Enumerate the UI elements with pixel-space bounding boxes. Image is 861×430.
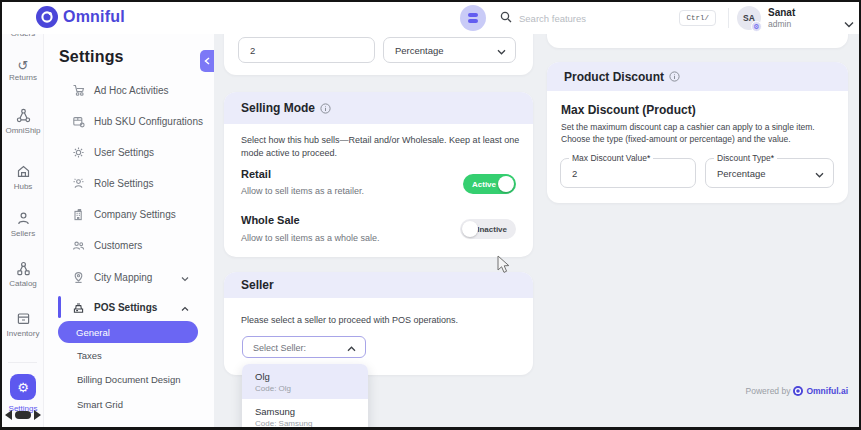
retail-toggle-label: Active [472,180,496,189]
powered-by-brand-link[interactable]: Omniful.ai [806,386,848,396]
company-settings-icon [72,208,85,221]
chevron-down-icon [815,164,824,182]
info-icon[interactable] [320,103,331,114]
clipped-type-select[interactable]: Percentage [383,37,516,63]
seller-dropdown: Olg Code: Olg Samsung Code: Samsung [242,364,368,427]
wholesale-toggle-label: Inactive [477,225,507,234]
user-settings-icon [72,146,85,159]
sidebar-item-taxes[interactable]: Taxes [77,350,102,361]
forward-icon [34,410,41,420]
chevron-left-icon [204,57,210,65]
required-marker: * [771,153,774,163]
clipped-form-card: 2 Percentage [224,34,533,75]
powered-by: Powered by Omniful.ai [746,386,848,396]
product-discount-header: Product Discount [547,62,848,91]
returns-icon: ↺ [18,59,29,72]
toggle-knob [462,221,478,237]
hub-sku-icon [72,115,85,128]
sidebar-item-general-active[interactable]: General [58,321,198,343]
topbar-divider [728,8,729,28]
seller-description: Please select a seller to proceed with P… [241,314,521,327]
max-discount-description: Set the maximum discount cap a cashier c… [561,121,833,145]
rail-item-omniship[interactable]: OmniShip [2,108,44,135]
selling-mode-description: Select how this hub sells—Retail and/or … [241,134,521,159]
wholesale-title: Whole Sale [241,214,300,226]
seller-header: Seller [224,272,533,298]
sidebar-item-role-settings[interactable]: Role Settings [44,173,214,193]
seller-option-olg[interactable]: Olg Code: Olg [242,364,368,399]
sidebar-collapse-button[interactable] [200,50,214,72]
sidebar-item-company-settings[interactable]: Company Settings [44,204,214,224]
icon-rail: Orders ↺ Returns OmniShip Hubs Sellers C… [2,34,44,427]
retail-title: Retail [241,168,271,180]
chevron-up-icon [347,338,356,356]
rail-item-sellers[interactable]: Sellers [2,211,44,238]
rail-item-settings-active[interactable]: ⚙ [10,374,36,400]
search-shortcut-badge: Ctrl/ [679,10,716,26]
clipped-card-bottom [547,34,848,48]
sidebar-item-pos-settings[interactable]: POS Settings [44,297,214,317]
wholesale-toggle[interactable]: Inactive [460,219,516,239]
search-input[interactable] [519,13,644,24]
search-icon [500,9,512,27]
pause-pill-icon [15,411,31,419]
ad-hoc-activities-icon [72,84,85,97]
selling-mode-card: Selling Mode Select how this hub sells—R… [224,92,533,257]
sidebar-item-ad-hoc-activities[interactable]: Ad Hoc Activities [44,80,214,100]
inventory-icon [16,311,31,326]
hub-switcher-button[interactable] [460,5,486,31]
chevron-down-icon [497,41,506,59]
user-menu-chevron-down-icon[interactable] [844,14,854,32]
user-name: Sanat [768,7,795,18]
role-settings-icon [72,177,85,190]
avatar-gear-badge: ⚙ [751,21,762,32]
topbar: Omniful Ctrl/ SA ⚙ Sanat admin [2,2,859,34]
rewind-icon [5,410,12,420]
sellers-icon [16,211,31,226]
app-window: Omniful Ctrl/ SA ⚙ Sanat admin Orders ↺ … [2,2,859,427]
seller-option-samsung[interactable]: Samsung Code: Samsung [242,399,368,427]
rail-item-returns[interactable]: ↺ Returns [2,56,44,82]
settings-sidebar: Settings Ad Hoc Activities Hub SKU Confi… [44,34,214,427]
global-search[interactable]: Ctrl/ [494,7,722,29]
sidebar-item-city-mapping[interactable]: City Mapping [44,267,214,287]
product-discount-card: Product Discount Max Discount (Product) … [547,62,848,203]
brand-logo[interactable]: Omniful [36,6,125,28]
rail-item-inventory[interactable]: Inventory [2,311,44,338]
seller-card: Seller Please select a seller to proceed… [224,272,533,375]
wholesale-description: Allow to sell items as a whole sale. [241,233,380,243]
clipped-value-field[interactable]: 2 [238,37,375,63]
chevron-down-icon [181,268,189,286]
sidebar-title: Settings [59,48,124,66]
selling-mode-header: Selling Mode [224,92,533,124]
sidebar-item-user-settings[interactable]: User Settings [44,142,214,162]
omniful-logo-icon [36,6,58,28]
sidebar-item-customers[interactable]: Customers [44,235,214,255]
sidebar-item-hub-sku-configurations[interactable]: Hub SKU Configurations [44,111,214,131]
pos-settings-icon [72,301,85,314]
customers-icon [72,239,85,252]
sidebar-item-billing-document-design[interactable]: Billing Document Design [77,374,181,385]
sidebar-item-smart-grid[interactable]: Smart Grid [77,399,123,410]
chevron-up-icon [181,298,189,316]
rail-item-catalog[interactable]: Catalog [2,261,44,288]
retail-description: Allow to sell items as a retailer. [241,186,364,196]
retail-toggle[interactable]: Active [463,174,516,194]
city-mapping-icon [72,271,85,284]
required-marker: * [647,153,650,163]
discount-type-select[interactable]: Discount Type* Percentage [705,158,834,188]
user-role: admin [768,19,791,29]
max-discount-heading: Max Discount (Product) [561,103,696,117]
max-discount-value-field[interactable]: Max Discount Value* 2 [560,158,696,188]
settings-gear-icon: ⚙ [17,380,29,395]
seller-select[interactable]: Select Seller: [242,336,366,358]
info-icon[interactable] [669,71,680,82]
omniship-icon [16,108,31,123]
rail-item-hubs[interactable]: Hubs [2,164,44,191]
omniful-footer-logo-icon [793,386,803,396]
playback-controls[interactable] [5,410,41,420]
rail-divider [8,362,37,363]
catalog-icon [16,261,31,276]
brand-name: Omniful [63,8,125,26]
hubs-icon [16,164,31,179]
